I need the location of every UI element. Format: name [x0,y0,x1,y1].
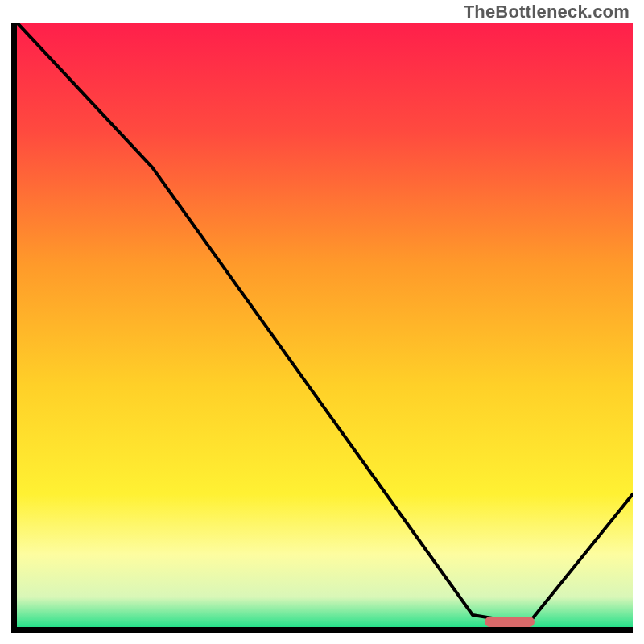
chart-plot-area [17,23,633,627]
chart-axes-frame [11,23,633,633]
optimal-marker [485,617,535,627]
watermark-text: TheBottleneck.com [464,2,630,23]
chart-curve [17,23,633,627]
